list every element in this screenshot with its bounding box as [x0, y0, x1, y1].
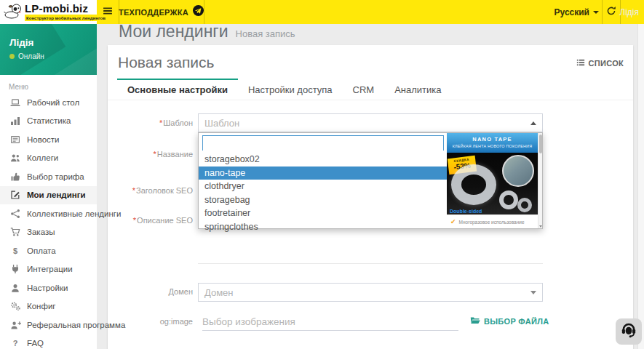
edit-icon: [9, 190, 21, 200]
seo-title-field-label: *Заголовок SEO: [111, 186, 193, 195]
seo-description-field-label: *Описание SEO: [111, 216, 193, 225]
template-option-list: storagebox02 nano-tape clothdryer storag…: [199, 153, 447, 233]
tape-roll-small: [517, 198, 532, 212]
template-preview-thumbnail[interactable]: NANO TAPE КЛЕЙКАЯ ЛЕНТА НОВОГО ПОКОЛЕНИЯ…: [447, 133, 538, 228]
sidebar-item-news[interactable]: Новости: [0, 130, 97, 149]
user-profile-panel: Лідія Онлайн: [0, 24, 97, 75]
dropdown-scrollbar[interactable]: [538, 133, 542, 228]
sidebar-item-faq[interactable]: ? FAQ: [0, 334, 97, 349]
breadcrumb-sub: Новая запись: [236, 28, 295, 39]
online-status-dot: [9, 54, 15, 59]
tab-crm[interactable]: CRM: [343, 79, 385, 100]
new-record-card: Новая запись СПИСОК Основные настройки Н…: [108, 45, 633, 349]
username-label: Лідія: [619, 7, 639, 17]
sidebar-item-colleagues[interactable]: Коллеги: [0, 149, 97, 168]
folder-icon: [470, 316, 480, 327]
sidebar-item-config[interactable]: Конфиг: [0, 297, 97, 316]
preview-caption: Double-sided: [450, 209, 482, 214]
sidebar-item-settings[interactable]: Настройки: [0, 278, 97, 297]
list-button[interactable]: СПИСОК: [576, 58, 624, 68]
headset-icon: [620, 321, 637, 342]
laptop-icon: [9, 97, 21, 108]
chevron-up-icon: [530, 121, 536, 125]
refresh-button[interactable]: [605, 0, 618, 24]
user-plus-icon: [9, 320, 21, 330]
template-option-footretainer[interactable]: footretainer: [199, 206, 447, 220]
gears-icon: [9, 301, 21, 311]
sidebar-item-collective-landings[interactable]: Коллективные лендинги: [0, 204, 97, 223]
online-status-label: Онлайн: [18, 52, 44, 60]
dropdown-scrollbar-thumb[interactable]: [539, 135, 542, 153]
user-menu[interactable]: Лідія: [619, 0, 639, 24]
language-dropdown[interactable]: Русский: [554, 0, 600, 24]
topbar-divider: [204, 0, 204, 24]
template-option-nano-tape[interactable]: nano-tape: [199, 167, 447, 180]
og-image-field: [202, 313, 458, 331]
preview-title: NANO TAPE: [447, 133, 538, 143]
plug-icon: [9, 264, 21, 274]
support-label: ТЕХПОДДЕРЖКА: [119, 8, 188, 17]
menu-section-label: Меню: [9, 83, 97, 91]
bar-chart-icon: [9, 116, 21, 126]
logo-tagline: Конструктор мобильных лендингов: [25, 15, 107, 21]
breadcrumb: Мои лендинги Новая запись: [119, 22, 295, 41]
preview-subtitle: КЛЕЙКАЯ ЛЕНТА НОВОГО ПОКОЛЕНИЯ: [447, 144, 538, 148]
dog-logo-icon: [4, 3, 23, 22]
list-icon: [576, 58, 585, 68]
thumbs-up-icon: [9, 172, 21, 182]
tape-roll-large: [451, 164, 496, 205]
sidebar-toggle-button[interactable]: [97, 0, 119, 24]
dollar-icon: $: [9, 246, 21, 255]
template-option-storagebag[interactable]: storagebag: [199, 193, 447, 207]
dropdown-scroll-down-icon: [539, 225, 542, 228]
sidebar: Лідія Онлайн Меню Рабочий стол Статистик…: [0, 24, 97, 349]
sidebar-item-dashboard[interactable]: Рабочий стол: [0, 93, 97, 112]
chevron-down-icon: [530, 291, 536, 294]
seo-description-input-underline: [198, 263, 543, 264]
user-icon: [9, 283, 21, 293]
domain-select-placeholder: Домен: [204, 287, 530, 298]
profile-name: Лідія: [9, 37, 97, 48]
support-chat-button[interactable]: [616, 318, 642, 345]
users-icon: [9, 153, 21, 163]
tab-main-settings[interactable]: Основные настройки: [117, 79, 238, 100]
tape-roll-small: [499, 190, 518, 209]
tab-analytics[interactable]: Аналитика: [384, 79, 451, 100]
sidebar-item-statistics[interactable]: Статистика: [0, 112, 97, 131]
page-scrollbar[interactable]: [637, 24, 644, 349]
tab-bar: Основные настройки Настройки доступа CRM…: [108, 79, 633, 100]
sidebar-item-tariff[interactable]: Выбор тарифа: [0, 167, 97, 186]
sidebar-item-referral[interactable]: Реферальная программа: [0, 316, 97, 334]
sidebar-item-integrations[interactable]: Интеграции: [0, 260, 97, 279]
logo-title: LP-mobi.biz: [25, 3, 107, 14]
template-field-label: *Шаблон: [111, 119, 193, 127]
topbar-divider: [602, 0, 603, 24]
template-dropdown-panel: storagebox02 nano-tape clothdryer storag…: [198, 132, 543, 229]
card-title: Новая запись: [118, 54, 215, 71]
template-select-placeholder: Шаблон: [204, 118, 530, 129]
template-select[interactable]: Шаблон: [198, 113, 543, 132]
telegram-icon: [193, 5, 204, 19]
og-image-input[interactable]: [202, 313, 458, 331]
preview-feature-row: ✔ Многоразовое использование: [447, 214, 538, 228]
choose-file-button[interactable]: ВЫБОР ФАЙЛА: [470, 316, 549, 327]
template-search-input[interactable]: [203, 137, 443, 151]
template-option-storagebox02[interactable]: storagebox02: [199, 153, 447, 167]
tab-access-settings[interactable]: Настройки доступа: [238, 79, 343, 100]
logo[interactable]: LP-mobi.biz Конструктор мобильных лендин…: [0, 0, 97, 24]
preview-header: NANO TAPE КЛЕЙКАЯ ЛЕНТА НОВОГО ПОКОЛЕНИЯ: [447, 133, 538, 153]
lp-mobi-app: LP-mobi.biz Конструктор мобильных лендин…: [0, 0, 644, 349]
hamburger-icon: [103, 6, 113, 19]
sidebar-item-orders[interactable]: Заказы: [0, 223, 97, 242]
sidebar-item-payment[interactable]: $ Оплата: [0, 241, 97, 260]
preview-inset-circle: [502, 155, 534, 187]
topbar: LP-mobi.biz Конструктор мобильных лендин…: [0, 0, 644, 24]
support-button[interactable]: ТЕХПОДДЕРЖКА: [119, 0, 204, 24]
template-option-clothdryer[interactable]: clothdryer: [199, 180, 447, 193]
domain-field-label: Домен: [111, 287, 193, 296]
template-search-box: [202, 135, 444, 151]
sidebar-item-my-landings[interactable]: Мои лендинги: [0, 186, 97, 205]
share-icon: [9, 209, 21, 219]
template-option-springclothes[interactable]: springclothes: [199, 220, 447, 234]
domain-select[interactable]: Домен: [198, 283, 543, 302]
